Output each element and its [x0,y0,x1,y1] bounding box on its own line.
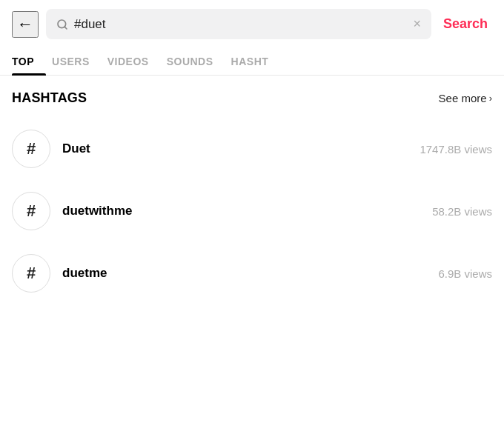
hashtag-name: duetme [62,266,438,281]
tab-bar: TOP USERS VIDEOS SOUNDS HASHT [0,48,504,76]
section-title: HASHTAGS [12,90,87,106]
hashtag-views: 58.2B views [432,205,492,218]
chevron-right-icon: › [489,93,492,104]
search-header: ← × Search [0,0,504,48]
hashtag-icon-circle: # [12,192,50,230]
list-item[interactable]: # Duet 1747.8B views [12,118,492,180]
search-input[interactable] [74,17,407,32]
hashtag-list: # Duet 1747.8B views # duetwithme 58.2B … [12,118,492,304]
search-button[interactable]: Search [439,13,492,35]
tab-users[interactable]: USERS [52,48,102,75]
back-button[interactable]: ← [12,11,39,38]
hashtag-info: duetwithme [62,204,432,218]
hashtag-name: Duet [62,141,420,156]
search-bar: × [46,9,431,39]
hashtag-icon: # [27,264,36,283]
hashtag-views: 6.9B views [438,267,492,280]
tab-hashtags[interactable]: HASHT [231,48,281,75]
main-content: HASHTAGS See more › # Duet 1747.8B views… [0,76,504,319]
hashtag-views: 1747.8B views [420,143,492,156]
svg-line-1 [64,27,67,29]
back-arrow-icon: ← [17,15,33,34]
see-more-label: See more [439,92,487,104]
search-icon [56,19,68,30]
tab-sounds[interactable]: SOUNDS [167,48,225,75]
hashtag-icon-circle: # [12,254,50,293]
hashtag-icon-circle: # [12,130,50,168]
hashtag-icon: # [27,201,36,221]
see-more-button[interactable]: See more › [439,92,492,104]
clear-button[interactable]: × [413,16,421,32]
section-header: HASHTAGS See more › [12,90,492,106]
hashtag-icon: # [27,139,36,158]
hashtag-info: duetme [62,266,438,281]
hashtag-info: Duet [62,141,420,156]
list-item[interactable]: # duetme 6.9B views [12,242,492,304]
list-item[interactable]: # duetwithme 58.2B views [12,180,492,242]
tab-top[interactable]: TOP [12,48,46,75]
tab-videos[interactable]: VIDEOS [107,48,161,75]
hashtag-name: duetwithme [62,204,432,218]
